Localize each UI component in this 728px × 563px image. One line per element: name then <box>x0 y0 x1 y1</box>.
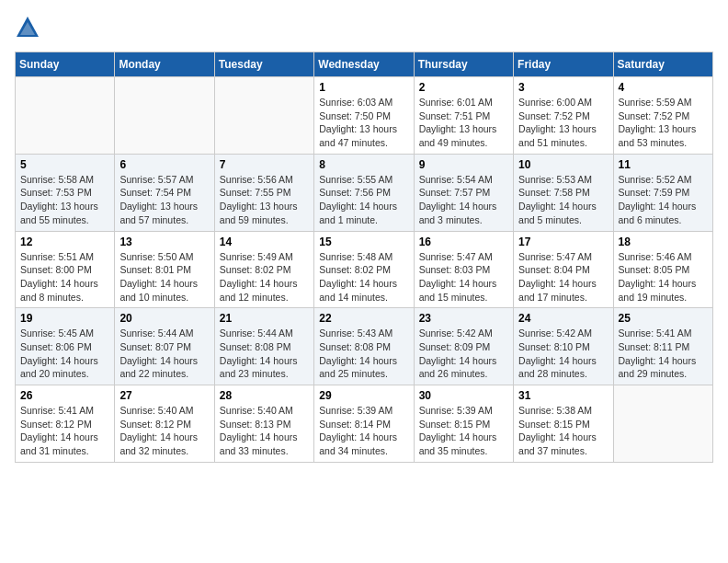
weekday-header-row: SundayMondayTuesdayWednesdayThursdayFrid… <box>16 52 713 77</box>
calendar-cell: 25Sunrise: 5:41 AMSunset: 8:11 PMDayligh… <box>613 308 712 385</box>
day-info: Sunrise: 5:53 AMSunset: 7:58 PMDaylight:… <box>518 173 608 227</box>
calendar-cell: 3Sunrise: 6:00 AMSunset: 7:52 PMDaylight… <box>514 77 613 155</box>
day-info: Sunrise: 5:55 AMSunset: 7:56 PMDaylight:… <box>319 173 408 227</box>
calendar-cell: 16Sunrise: 5:47 AMSunset: 8:03 PMDayligh… <box>414 231 513 308</box>
calendar-cell: 6Sunrise: 5:57 AMSunset: 7:54 PMDaylight… <box>115 154 214 231</box>
day-info: Sunrise: 6:03 AMSunset: 7:50 PMDaylight:… <box>319 96 408 150</box>
calendar-cell <box>115 77 214 155</box>
page-header <box>15 15 713 40</box>
day-info: Sunrise: 5:41 AMSunset: 8:11 PMDaylight:… <box>619 327 708 381</box>
calendar-week-row: 1Sunrise: 6:03 AMSunset: 7:50 PMDaylight… <box>16 77 713 155</box>
day-number: 5 <box>20 158 109 171</box>
calendar-cell: 23Sunrise: 5:42 AMSunset: 8:09 PMDayligh… <box>414 308 513 385</box>
day-info: Sunrise: 5:49 AMSunset: 8:02 PMDaylight:… <box>220 250 309 304</box>
calendar-cell: 14Sunrise: 5:49 AMSunset: 8:02 PMDayligh… <box>214 231 313 308</box>
day-number: 8 <box>319 158 408 171</box>
calendar-cell <box>613 385 712 463</box>
day-number: 20 <box>119 312 209 325</box>
calendar-cell: 10Sunrise: 5:53 AMSunset: 7:58 PMDayligh… <box>514 154 613 231</box>
weekday-header-cell: Wednesday <box>314 52 414 77</box>
calendar-week-row: 19Sunrise: 5:45 AMSunset: 8:06 PMDayligh… <box>16 308 713 385</box>
calendar-cell <box>214 77 313 155</box>
day-number: 28 <box>220 389 309 402</box>
calendar-body: 1Sunrise: 6:03 AMSunset: 7:50 PMDaylight… <box>16 77 713 463</box>
weekday-header-cell: Thursday <box>414 52 513 77</box>
calendar-cell: 12Sunrise: 5:51 AMSunset: 8:00 PMDayligh… <box>16 231 115 308</box>
day-number: 6 <box>119 158 209 171</box>
day-number: 13 <box>119 236 209 248</box>
logo <box>15 15 44 40</box>
calendar-cell: 27Sunrise: 5:40 AMSunset: 8:12 PMDayligh… <box>115 385 214 463</box>
calendar-cell: 20Sunrise: 5:44 AMSunset: 8:07 PMDayligh… <box>115 308 214 385</box>
weekday-header-cell: Friday <box>514 52 613 77</box>
calendar-cell: 8Sunrise: 5:55 AMSunset: 7:56 PMDaylight… <box>314 154 414 231</box>
calendar-cell: 17Sunrise: 5:47 AMSunset: 8:04 PMDayligh… <box>514 231 613 308</box>
calendar-week-row: 12Sunrise: 5:51 AMSunset: 8:00 PMDayligh… <box>16 231 713 308</box>
day-info: Sunrise: 5:47 AMSunset: 8:04 PMDaylight:… <box>518 250 608 304</box>
day-info: Sunrise: 5:40 AMSunset: 8:12 PMDaylight:… <box>119 404 209 458</box>
day-info: Sunrise: 5:47 AMSunset: 8:03 PMDaylight:… <box>419 250 508 304</box>
day-number: 31 <box>518 389 608 402</box>
calendar-cell: 7Sunrise: 5:56 AMSunset: 7:55 PMDaylight… <box>214 154 313 231</box>
day-info: Sunrise: 5:38 AMSunset: 8:15 PMDaylight:… <box>518 404 608 458</box>
day-number: 24 <box>518 312 608 325</box>
day-number: 16 <box>419 236 508 248</box>
day-info: Sunrise: 5:59 AMSunset: 7:52 PMDaylight:… <box>619 96 708 150</box>
weekday-header-cell: Sunday <box>16 52 115 77</box>
calendar-cell: 28Sunrise: 5:40 AMSunset: 8:13 PMDayligh… <box>214 385 313 463</box>
calendar-cell: 13Sunrise: 5:50 AMSunset: 8:01 PMDayligh… <box>115 231 214 308</box>
day-info: Sunrise: 5:39 AMSunset: 8:15 PMDaylight:… <box>419 404 508 458</box>
day-number: 7 <box>220 158 309 171</box>
day-info: Sunrise: 5:56 AMSunset: 7:55 PMDaylight:… <box>220 173 309 227</box>
day-info: Sunrise: 5:41 AMSunset: 8:12 PMDaylight:… <box>20 404 109 458</box>
day-info: Sunrise: 5:39 AMSunset: 8:14 PMDaylight:… <box>319 404 408 458</box>
day-info: Sunrise: 5:48 AMSunset: 8:02 PMDaylight:… <box>319 250 408 304</box>
day-info: Sunrise: 5:44 AMSunset: 8:07 PMDaylight:… <box>119 327 209 381</box>
day-number: 23 <box>419 312 508 325</box>
day-number: 29 <box>319 389 408 402</box>
day-number: 15 <box>319 236 408 248</box>
calendar-cell: 29Sunrise: 5:39 AMSunset: 8:14 PMDayligh… <box>314 385 414 463</box>
day-info: Sunrise: 5:40 AMSunset: 8:13 PMDaylight:… <box>220 404 309 458</box>
calendar-cell: 24Sunrise: 5:42 AMSunset: 8:10 PMDayligh… <box>514 308 613 385</box>
calendar-table: SundayMondayTuesdayWednesdayThursdayFrid… <box>15 52 713 463</box>
calendar-cell <box>16 77 115 155</box>
day-info: Sunrise: 5:51 AMSunset: 8:00 PMDaylight:… <box>20 250 109 304</box>
calendar-cell: 4Sunrise: 5:59 AMSunset: 7:52 PMDaylight… <box>613 77 712 155</box>
day-number: 3 <box>518 81 608 94</box>
calendar-cell: 18Sunrise: 5:46 AMSunset: 8:05 PMDayligh… <box>613 231 712 308</box>
day-number: 14 <box>220 236 309 248</box>
day-info: Sunrise: 5:45 AMSunset: 8:06 PMDaylight:… <box>20 327 109 381</box>
day-info: Sunrise: 5:42 AMSunset: 8:09 PMDaylight:… <box>419 327 508 381</box>
calendar-cell: 22Sunrise: 5:43 AMSunset: 8:08 PMDayligh… <box>314 308 414 385</box>
day-info: Sunrise: 5:44 AMSunset: 8:08 PMDaylight:… <box>220 327 309 381</box>
calendar-cell: 15Sunrise: 5:48 AMSunset: 8:02 PMDayligh… <box>314 231 414 308</box>
calendar-week-row: 5Sunrise: 5:58 AMSunset: 7:53 PMDaylight… <box>16 154 713 231</box>
weekday-header-cell: Saturday <box>613 52 712 77</box>
day-number: 25 <box>619 312 708 325</box>
day-info: Sunrise: 6:01 AMSunset: 7:51 PMDaylight:… <box>419 96 508 150</box>
calendar-cell: 11Sunrise: 5:52 AMSunset: 7:59 PMDayligh… <box>613 154 712 231</box>
day-number: 17 <box>518 236 608 248</box>
day-number: 19 <box>20 312 109 325</box>
calendar-cell: 30Sunrise: 5:39 AMSunset: 8:15 PMDayligh… <box>414 385 513 463</box>
calendar-cell: 26Sunrise: 5:41 AMSunset: 8:12 PMDayligh… <box>16 385 115 463</box>
weekday-header-cell: Tuesday <box>214 52 313 77</box>
day-info: Sunrise: 5:46 AMSunset: 8:05 PMDaylight:… <box>619 250 708 304</box>
day-number: 11 <box>619 158 708 171</box>
calendar-cell: 9Sunrise: 5:54 AMSunset: 7:57 PMDaylight… <box>414 154 513 231</box>
day-number: 10 <box>518 158 608 171</box>
day-number: 21 <box>220 312 309 325</box>
day-info: Sunrise: 5:54 AMSunset: 7:57 PMDaylight:… <box>419 173 508 227</box>
day-number: 26 <box>20 389 109 402</box>
day-info: Sunrise: 5:52 AMSunset: 7:59 PMDaylight:… <box>619 173 708 227</box>
day-info: Sunrise: 5:43 AMSunset: 8:08 PMDaylight:… <box>319 327 408 381</box>
day-info: Sunrise: 5:57 AMSunset: 7:54 PMDaylight:… <box>119 173 209 227</box>
calendar-cell: 1Sunrise: 6:03 AMSunset: 7:50 PMDaylight… <box>314 77 414 155</box>
day-number: 30 <box>419 389 508 402</box>
day-info: Sunrise: 5:50 AMSunset: 8:01 PMDaylight:… <box>119 250 209 304</box>
day-number: 22 <box>319 312 408 325</box>
logo-icon <box>15 15 40 40</box>
day-info: Sunrise: 6:00 AMSunset: 7:52 PMDaylight:… <box>518 96 608 150</box>
day-number: 9 <box>419 158 508 171</box>
